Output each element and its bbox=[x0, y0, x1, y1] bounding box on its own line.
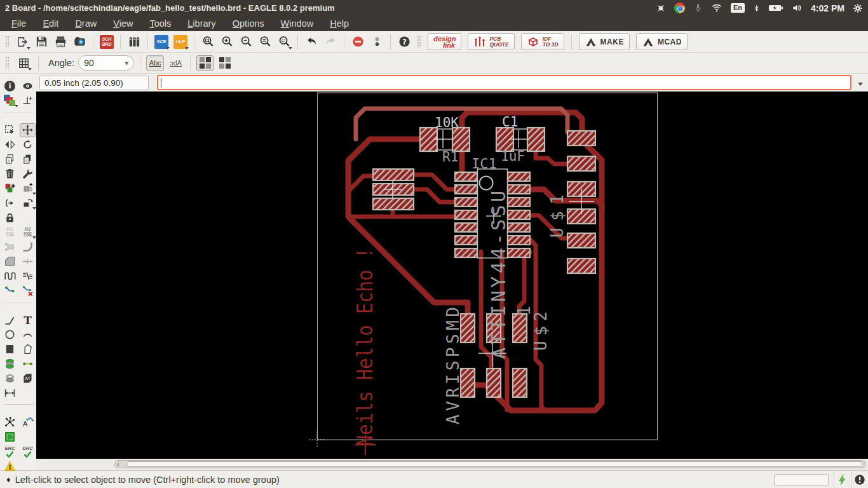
print-button[interactable] bbox=[51, 33, 69, 51]
chrome-icon[interactable] bbox=[674, 3, 685, 13]
indicator-plugin-icon[interactable] bbox=[656, 3, 666, 13]
bluetooth-icon[interactable] bbox=[753, 3, 760, 13]
menu-help[interactable]: Help bbox=[322, 17, 356, 30]
signal-tool[interactable] bbox=[20, 357, 36, 371]
label-tool[interactable]: A bbox=[20, 416, 36, 430]
menu-file[interactable]: File bbox=[4, 17, 34, 30]
keyboard-layout-indicator[interactable]: En bbox=[731, 3, 745, 13]
switch-schematic-board-button[interactable]: SCHBRD bbox=[98, 33, 116, 51]
zoom-fit-button[interactable] bbox=[199, 33, 217, 51]
save-button[interactable] bbox=[32, 33, 50, 51]
smd-pad[interactable] bbox=[508, 223, 530, 232]
group-tool[interactable] bbox=[2, 123, 18, 137]
open-export-button[interactable] bbox=[13, 33, 31, 51]
idf-to-3d-button[interactable]: IDFTO 3D bbox=[521, 33, 564, 50]
mcad-button[interactable]: MCAD bbox=[636, 33, 688, 50]
command-input[interactable] bbox=[157, 75, 851, 90]
zoom-select-button[interactable] bbox=[275, 33, 293, 51]
redo-button[interactable] bbox=[322, 33, 339, 51]
arc-tool[interactable] bbox=[20, 328, 36, 342]
smd-pad[interactable] bbox=[508, 198, 530, 207]
notifications-button[interactable] bbox=[851, 471, 868, 488]
smd-pad[interactable] bbox=[455, 185, 477, 194]
microphone-icon[interactable] bbox=[693, 3, 703, 13]
stop-button[interactable] bbox=[349, 33, 367, 51]
toolbar-grip[interactable] bbox=[5, 36, 10, 48]
quadrant-mode-1-button[interactable] bbox=[196, 55, 214, 71]
rotate-tool[interactable] bbox=[20, 138, 36, 152]
copper-trace[interactable] bbox=[536, 151, 567, 164]
smd-pad[interactable] bbox=[508, 172, 530, 181]
smd-pad[interactable] bbox=[455, 223, 477, 232]
paste-tool[interactable] bbox=[20, 152, 36, 166]
menu-window[interactable]: Window bbox=[273, 17, 322, 30]
undo-button[interactable] bbox=[302, 33, 320, 51]
smd-pad[interactable] bbox=[508, 248, 530, 257]
menu-options[interactable]: Options bbox=[225, 17, 272, 30]
attribute-tool[interactable]: AT bbox=[20, 372, 36, 386]
erc-tool[interactable]: ERC bbox=[2, 445, 18, 459]
zoom-out-button[interactable] bbox=[237, 33, 255, 51]
grid-button[interactable] bbox=[15, 54, 32, 72]
split-tool[interactable] bbox=[20, 269, 36, 283]
wifi-icon[interactable] bbox=[711, 3, 722, 13]
copper-trace[interactable] bbox=[530, 240, 545, 410]
replace-tool[interactable] bbox=[20, 182, 36, 196]
miter-square-tool[interactable] bbox=[2, 255, 18, 269]
lock-tool[interactable] bbox=[2, 211, 18, 225]
command-history-dropdown[interactable] bbox=[854, 76, 866, 89]
mark-tool[interactable] bbox=[20, 94, 36, 108]
copper-trace[interactable] bbox=[467, 112, 582, 135]
rect-tool[interactable] bbox=[2, 342, 18, 356]
text-style-button[interactable]: Abc bbox=[146, 55, 164, 71]
smd-pad[interactable] bbox=[452, 128, 470, 151]
battery-icon[interactable] bbox=[768, 3, 783, 13]
menu-library[interactable]: Library bbox=[180, 17, 223, 30]
smd-pad[interactable] bbox=[567, 131, 595, 146]
add-part-tool[interactable] bbox=[2, 182, 18, 196]
smd-pad[interactable] bbox=[455, 236, 477, 245]
smd-pad[interactable] bbox=[461, 314, 475, 342]
smd-pad[interactable] bbox=[567, 156, 595, 171]
toolbar-grip[interactable] bbox=[5, 57, 10, 69]
menu-tools[interactable]: Tools bbox=[142, 17, 179, 30]
zoom-redraw-button[interactable] bbox=[256, 33, 274, 51]
smash-tool[interactable] bbox=[2, 240, 18, 254]
polygon-tool[interactable] bbox=[20, 342, 36, 356]
change-tool[interactable] bbox=[20, 167, 36, 181]
show-tool[interactable] bbox=[20, 79, 36, 93]
meander-tool[interactable] bbox=[2, 269, 18, 283]
route-tool[interactable] bbox=[2, 284, 18, 298]
smd-pad[interactable] bbox=[487, 369, 501, 397]
scrollbar-thumb[interactable] bbox=[126, 461, 863, 467]
name-tool[interactable]: R210k bbox=[2, 226, 18, 240]
smd-pad[interactable] bbox=[455, 248, 477, 257]
help-button[interactable]: ? bbox=[395, 33, 413, 51]
copy-tool[interactable] bbox=[2, 152, 18, 166]
text-style-mirrored-button[interactable]: Abc bbox=[166, 55, 184, 71]
session-gear-icon[interactable] bbox=[853, 3, 863, 13]
errors-tool[interactable] bbox=[2, 459, 18, 473]
via-tool[interactable] bbox=[2, 357, 18, 371]
scroll-left-arrow[interactable]: ‹ bbox=[117, 461, 119, 467]
smd-pad[interactable] bbox=[455, 172, 477, 181]
horizontal-scrollbar[interactable]: ‹ bbox=[114, 460, 866, 468]
dimension-tool[interactable] bbox=[2, 386, 18, 400]
make-button[interactable]: MAKE bbox=[579, 33, 630, 50]
ratsnest-tool[interactable] bbox=[2, 416, 18, 430]
gateswap-tool[interactable] bbox=[20, 196, 36, 210]
quadrant-mode-2-button[interactable] bbox=[216, 55, 233, 71]
display-layers-tool[interactable] bbox=[2, 94, 18, 108]
cam-processor-button[interactable] bbox=[71, 33, 88, 51]
delete-tool[interactable] bbox=[2, 167, 18, 181]
miter-tool[interactable] bbox=[20, 240, 36, 254]
mirror-tool[interactable] bbox=[2, 138, 18, 152]
move-tool[interactable] bbox=[20, 123, 36, 137]
ripup-tool[interactable] bbox=[20, 284, 36, 298]
design-link-button[interactable]: designlink bbox=[428, 33, 461, 50]
pinswap-tool[interactable] bbox=[2, 196, 18, 210]
value-tool[interactable]: R210k bbox=[20, 226, 36, 240]
smd-pad[interactable] bbox=[513, 314, 527, 342]
menu-edit[interactable]: Edit bbox=[35, 17, 66, 30]
smd-pad[interactable] bbox=[508, 185, 530, 194]
